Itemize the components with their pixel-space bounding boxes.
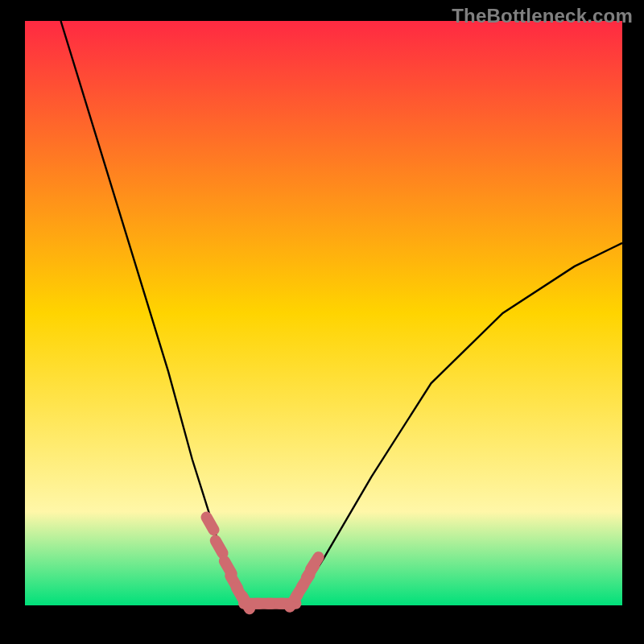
chart-svg <box>0 0 644 644</box>
plot-panel <box>25 21 622 605</box>
chart-stage: TheBottleneck.com <box>0 0 644 644</box>
watermark-label: TheBottleneck.com <box>452 5 633 27</box>
marker-dab <box>311 557 319 569</box>
marker-dab <box>216 541 223 554</box>
marker-dab <box>207 518 214 530</box>
